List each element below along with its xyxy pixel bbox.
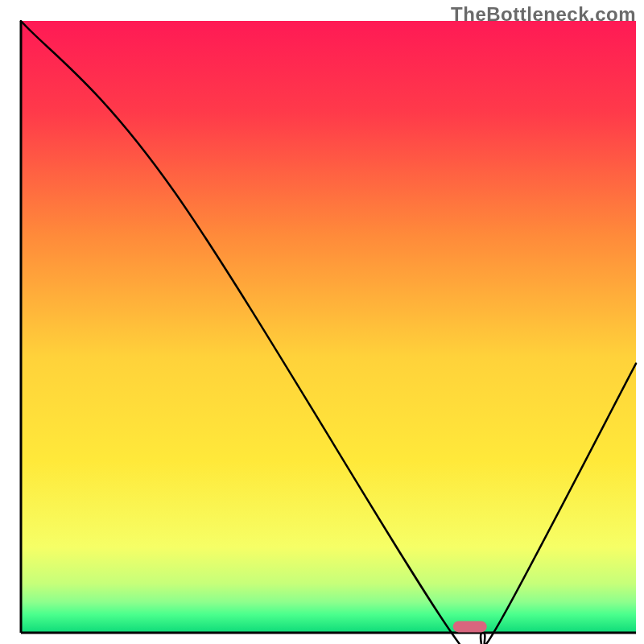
optimal-marker <box>453 621 487 632</box>
bottleneck-curve-chart <box>0 0 644 644</box>
chart-stage: TheBottleneck.com <box>0 0 644 644</box>
